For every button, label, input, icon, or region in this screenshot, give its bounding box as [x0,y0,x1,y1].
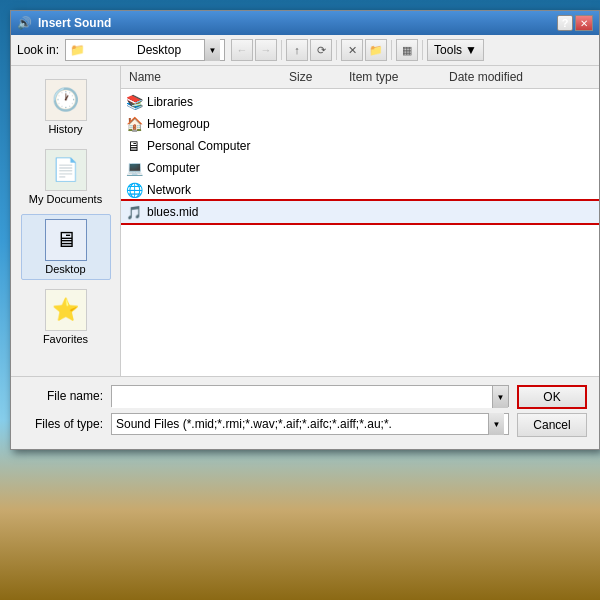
back-button[interactable]: ← [231,39,253,61]
insert-sound-dialog: 🔊 Insert Sound ? ✕ Look in: 📁 Desktop ▼ … [10,10,600,450]
files-of-type-value: Sound Files (*.mid;*.rmi;*.wav;*.aif;*.a… [116,417,484,431]
file-name-blues-mid: blues.mid [147,205,198,219]
look-in-value: Desktop [137,43,200,57]
separator-4 [422,40,423,60]
files-of-type-dropdown[interactable]: Sound Files (*.mid;*.rmi;*.wav;*.aif;*.a… [111,413,509,435]
files-of-type-row: Files of type: Sound Files (*.mid;*.rmi;… [23,413,509,435]
look-in-label: Look in: [17,43,59,57]
sidebar-item-history[interactable]: 🕐 History [21,74,111,140]
sidebar-mydocs-label: My Documents [29,193,102,205]
dialog-title: Insert Sound [38,16,111,30]
main-content: 🕐 History 📄 My Documents 🖥 Desktop ⭐ Fav… [11,66,599,376]
col-size-header: Size [285,68,345,86]
file-name-input-container: ▼ [111,385,509,407]
homegroup-icon [125,115,143,133]
sidebar-history-label: History [48,123,82,135]
cancel-button[interactable]: Cancel [517,413,587,437]
col-name-header: Name [125,68,285,86]
ok-label: OK [543,390,560,404]
separator-3 [391,40,392,60]
separator-1 [281,40,282,60]
sidebar-item-my-documents[interactable]: 📄 My Documents [21,144,111,210]
title-bar: 🔊 Insert Sound ? ✕ [11,11,599,35]
file-name-homegroup: Homegroup [147,117,210,131]
toolbar: Look in: 📁 Desktop ▼ ← → ↑ ⟳ ✕ 📁 ▦ Tools… [11,35,599,66]
tools-button[interactable]: Tools ▼ [427,39,484,61]
col-type-header: Item type [345,68,445,86]
forward-button[interactable]: → [255,39,277,61]
files-of-type-label: Files of type: [23,417,103,431]
favorites-icon: ⭐ [45,289,87,331]
list-item[interactable]: Computer [121,157,599,179]
bottom-area: File name: ▼ Files of type: Sound Files … [11,376,599,449]
personal-computer-icon [125,137,143,155]
help-button[interactable]: ? [557,15,573,31]
files-of-type-arrow[interactable]: ▼ [488,413,504,435]
toolbar-buttons: ← → ↑ ⟳ ✕ 📁 ▦ Tools ▼ [231,39,484,61]
file-list-area: Name Size Item type Date modified Librar… [121,66,599,376]
title-bar-left: 🔊 Insert Sound [17,16,111,30]
my-documents-icon: 📄 [45,149,87,191]
list-item[interactable]: Libraries [121,91,599,113]
cancel-label: Cancel [533,418,570,432]
file-name-dropdown-arrow[interactable]: ▼ [492,386,508,408]
dialog-buttons: OK Cancel [517,385,587,437]
sidebar-favorites-label: Favorites [43,333,88,345]
bottom-rows: File name: ▼ Files of type: Sound Files … [23,385,587,441]
sidebar-desktop-label: Desktop [45,263,85,275]
new-folder-button[interactable]: 📁 [365,39,387,61]
file-name-network: Network [147,183,191,197]
file-name-input[interactable] [112,386,492,408]
look-in-arrow[interactable]: ▼ [204,39,220,61]
file-name-row: File name: ▼ [23,385,509,407]
title-bar-controls: ? ✕ [557,15,593,31]
network-icon [125,181,143,199]
file-name-computer: Computer [147,161,200,175]
list-item[interactable]: Homegroup [121,113,599,135]
close-button[interactable]: ✕ [575,15,593,31]
views-button[interactable]: ▦ [396,39,418,61]
col-date-header: Date modified [445,68,595,86]
dialog-icon: 🔊 [17,16,32,30]
libraries-icon [125,93,143,111]
sidebar-item-desktop[interactable]: 🖥 Desktop [21,214,111,280]
tools-label: Tools [434,43,462,57]
tools-arrow: ▼ [465,43,477,57]
delete-button[interactable]: ✕ [341,39,363,61]
file-name-label: File name: [23,389,103,403]
list-item[interactable]: Personal Computer [121,135,599,157]
refresh-button[interactable]: ⟳ [310,39,332,61]
up-button[interactable]: ↑ [286,39,308,61]
sidebar: 🕐 History 📄 My Documents 🖥 Desktop ⭐ Fav… [11,66,121,376]
history-icon: 🕐 [45,79,87,121]
ok-button[interactable]: OK [517,385,587,409]
bottom-forms: File name: ▼ Files of type: Sound Files … [23,385,509,441]
look-in-dropdown[interactable]: 📁 Desktop ▼ [65,39,225,61]
folder-small-icon: 📁 [70,43,133,57]
sidebar-item-favorites[interactable]: ⭐ Favorites [21,284,111,350]
list-item[interactable]: Network [121,179,599,201]
separator-2 [336,40,337,60]
file-list: Libraries Homegroup Personal Computer Co… [121,89,599,376]
desktop-icon: 🖥 [45,219,87,261]
file-name-libraries: Libraries [147,95,193,109]
file-list-header: Name Size Item type Date modified [121,66,599,89]
list-item[interactable]: blues.mid [121,201,599,223]
computer-icon [125,159,143,177]
file-name-personal-computer: Personal Computer [147,139,250,153]
blues-mid-icon [125,203,143,221]
